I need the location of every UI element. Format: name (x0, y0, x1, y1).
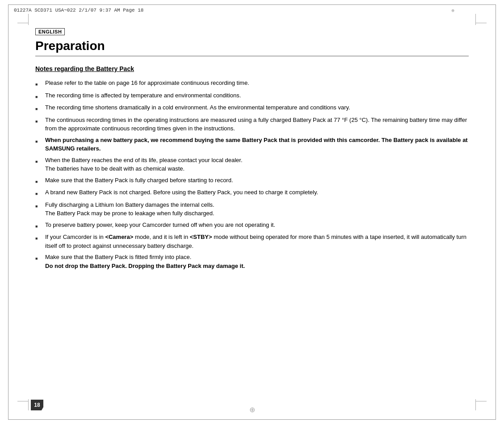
list-item: The recording time shortens dramatically… (35, 103, 469, 113)
bullet-icon (35, 189, 43, 198)
corner-mark-bl-v (28, 399, 29, 410)
bullet-icon (35, 79, 43, 88)
corner-mark-tl-h (17, 23, 29, 23)
list-item: Please refer to the table on page 16 for… (35, 79, 469, 88)
bullet-icon (35, 177, 43, 186)
list-item-text: Make sure that the Battery Pack is fully… (45, 176, 469, 185)
corner-mark-tl-v (28, 14, 29, 25)
list-item: Fully discharging a Lithium Ion Battery … (35, 200, 469, 218)
bullet-icon (35, 157, 43, 166)
bullet-icon (35, 104, 43, 113)
inline-bold: <Camera> (105, 234, 133, 240)
bullet-icon (35, 254, 43, 263)
content-area: ENGLISH Preparation Notes regarding the … (8, 15, 496, 300)
corner-mark-br-v (475, 399, 476, 410)
list-item: If your Camcorder is in <Camera> mode, a… (35, 233, 469, 250)
bullet-list: Please refer to the table on page 16 for… (35, 79, 469, 270)
corner-mark-tr-v (475, 14, 476, 25)
last-line-bold: Do not drop the Battery Pack. Dropping t… (45, 263, 245, 269)
page-number: 18 (31, 400, 43, 410)
list-item-text: Make sure that the Battery Pack is fitte… (45, 253, 469, 270)
section-heading: Notes regarding the Battery Pack (35, 65, 469, 72)
corner-mark-tr-h (475, 23, 487, 23)
list-item: A brand new Battery Pack is not charged.… (35, 188, 469, 198)
list-item: The recording time is affected by temper… (35, 91, 469, 101)
list-item-text: The recording time is affected by temper… (45, 91, 469, 100)
list-item-text: When purchasing a new battery pack, we r… (45, 136, 469, 153)
list-item-text: Please refer to the table on page 16 for… (45, 79, 469, 88)
bullet-icon (35, 92, 43, 101)
header-text: 01227A SCD371 USA~022 2/1/07 9:37 AM Pag… (14, 8, 143, 13)
reg-mark-bottom-center: ⊕ (249, 405, 255, 414)
english-badge: ENGLISH (35, 28, 65, 35)
bullet-icon (35, 201, 43, 210)
list-item-text: The continuous recording times in the op… (45, 116, 469, 133)
corner-mark-bl-h (17, 401, 29, 401)
bullet-icon (35, 117, 43, 125)
list-item-text: The recording time shortens dramatically… (45, 103, 469, 112)
corner-mark-br-h (475, 401, 487, 401)
bullet-icon (35, 234, 43, 242)
list-item-text: If your Camcorder is in <Camera> mode, a… (45, 233, 469, 250)
header-bar: 01227A SCD371 USA~022 2/1/07 9:37 AM Pag… (8, 5, 496, 15)
list-item: Make sure that the Battery Pack is fitte… (35, 253, 469, 270)
list-item: When purchasing a new battery pack, we r… (35, 136, 469, 153)
list-item: Make sure that the Battery Pack is fully… (35, 176, 469, 186)
inline-bold: <STBY> (190, 234, 212, 240)
list-item-text: A brand new Battery Pack is not charged.… (45, 188, 469, 197)
list-item-text: When the Battery reaches the end of its … (45, 156, 469, 173)
bullet-icon (35, 137, 43, 146)
list-item-text: Fully discharging a Lithium Ion Battery … (45, 200, 469, 218)
list-item: To preserve battery power, keep your Cam… (35, 221, 469, 230)
bullet-icon (35, 221, 43, 230)
list-item-text: To preserve battery power, keep your Cam… (45, 221, 469, 230)
page-border: 01227A SCD371 USA~022 2/1/07 9:37 AM Pag… (8, 4, 496, 420)
page-title: Preparation (35, 39, 469, 56)
list-item: The continuous recording times in the op… (35, 116, 469, 133)
list-item: When the Battery reaches the end of its … (35, 156, 469, 173)
